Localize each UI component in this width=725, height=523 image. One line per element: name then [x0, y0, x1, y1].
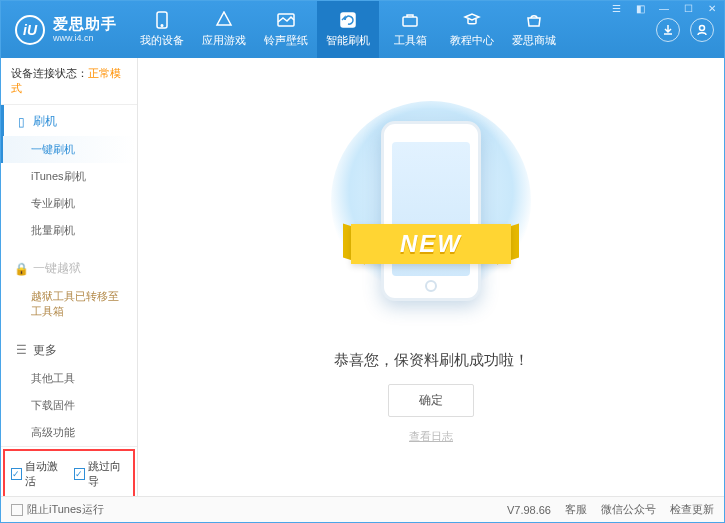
download-button[interactable]: [656, 18, 680, 42]
success-illustration: NEW: [361, 111, 501, 331]
app-url: www.i4.cn: [53, 33, 117, 44]
options-highlight: ✓ 自动激活 ✓ 跳过向导: [3, 449, 135, 496]
minimize-icon[interactable]: —: [653, 0, 675, 16]
footer: 阻止iTunes运行 V7.98.66 客服 微信公众号 检查更新: [1, 496, 724, 522]
group-flash[interactable]: ▯ 刷机: [1, 105, 137, 136]
body: 设备连接状态：正常模式 ▯ 刷机 一键刷机 iTunes刷机 专业刷机 批量刷机…: [1, 58, 724, 496]
window-controls: ☰ ◧ — ☐ ✕: [605, 0, 723, 16]
sidebar-item-download-fw[interactable]: 下载固件: [1, 392, 137, 419]
sidebar-item-itunes[interactable]: iTunes刷机: [1, 163, 137, 190]
store-icon: [524, 11, 544, 29]
sidebar-item-advanced[interactable]: 高级功能: [1, 419, 137, 446]
svg-rect-4: [403, 17, 417, 26]
footer-right: V7.98.66 客服 微信公众号 检查更新: [507, 502, 714, 517]
toolbox-icon: [400, 11, 420, 29]
jailbreak-note: 越狱工具已转移至工具箱: [1, 283, 137, 326]
sidebar-item-other[interactable]: 其他工具: [1, 365, 137, 392]
connection-status: 设备连接状态：正常模式: [1, 58, 137, 105]
svg-point-1: [161, 25, 163, 27]
tutorial-icon: [462, 11, 482, 29]
checkbox-checked-icon: ✓: [11, 468, 22, 480]
user-button[interactable]: [690, 18, 714, 42]
flash-icon: [338, 11, 358, 29]
new-ribbon: NEW: [339, 221, 523, 267]
ok-button[interactable]: 确定: [388, 384, 474, 417]
version-label: V7.98.66: [507, 504, 551, 516]
nav-toolbox[interactable]: 工具箱: [379, 1, 441, 58]
maximize-icon[interactable]: ☐: [677, 0, 699, 16]
skin-icon[interactable]: ◧: [629, 0, 651, 16]
menu-icon: ☰: [15, 344, 27, 356]
svg-point-5: [700, 25, 705, 30]
main-content: NEW 恭喜您，保资料刷机成功啦！ 确定 查看日志: [138, 58, 724, 496]
nav-store[interactable]: 爱思商城: [503, 1, 565, 58]
sidebar-item-onekey[interactable]: 一键刷机: [1, 136, 137, 163]
app-window: ☰ ◧ — ☐ ✕ iU 爱思助手 www.i4.cn 我的设备 应用游戏 铃声: [0, 0, 725, 523]
success-message: 恭喜您，保资料刷机成功啦！: [334, 351, 529, 370]
footer-update[interactable]: 检查更新: [670, 502, 714, 517]
logo-icon: iU: [15, 15, 45, 45]
footer-wechat[interactable]: 微信公众号: [601, 502, 656, 517]
app-title: 爱思助手: [53, 15, 117, 33]
nav-apps[interactable]: 应用游戏: [193, 1, 255, 58]
chk-skip-guide[interactable]: ✓ 跳过向导: [74, 459, 127, 489]
menu-icon[interactable]: ☰: [605, 0, 627, 16]
device-icon: [152, 11, 172, 29]
phone-icon: ▯: [15, 116, 27, 128]
nav-tutorial[interactable]: 教程中心: [441, 1, 503, 58]
apps-icon: [214, 11, 234, 29]
lock-icon: 🔒: [15, 263, 27, 275]
top-nav: 我的设备 应用游戏 铃声壁纸 智能刷机 工具箱 教程中心: [131, 1, 646, 58]
chk-auto-activate[interactable]: ✓ 自动激活: [11, 459, 64, 489]
chk-block-itunes[interactable]: 阻止iTunes运行: [11, 502, 104, 517]
footer-service[interactable]: 客服: [565, 502, 587, 517]
nav-ringtone[interactable]: 铃声壁纸: [255, 1, 317, 58]
sidebar-item-batch[interactable]: 批量刷机: [1, 217, 137, 244]
close-icon[interactable]: ✕: [701, 0, 723, 16]
sidebar-item-pro[interactable]: 专业刷机: [1, 190, 137, 217]
nav-my-device[interactable]: 我的设备: [131, 1, 193, 58]
group-more[interactable]: ☰ 更多: [1, 334, 137, 365]
logo-area: iU 爱思助手 www.i4.cn: [1, 1, 131, 58]
wallpaper-icon: [276, 11, 296, 29]
view-log-link[interactable]: 查看日志: [409, 429, 453, 444]
checkbox-empty-icon: [11, 504, 23, 516]
checkbox-checked-icon: ✓: [74, 468, 85, 480]
sidebar-bottom: ✓ 自动激活 ✓ 跳过向导 ▯ iPhone 12 mini 64GB Down…: [1, 446, 137, 496]
group-jailbreak[interactable]: 🔒 一键越狱: [1, 252, 137, 283]
sidebar: 设备连接状态：正常模式 ▯ 刷机 一键刷机 iTunes刷机 专业刷机 批量刷机…: [1, 58, 138, 496]
nav-flash[interactable]: 智能刷机: [317, 1, 379, 58]
